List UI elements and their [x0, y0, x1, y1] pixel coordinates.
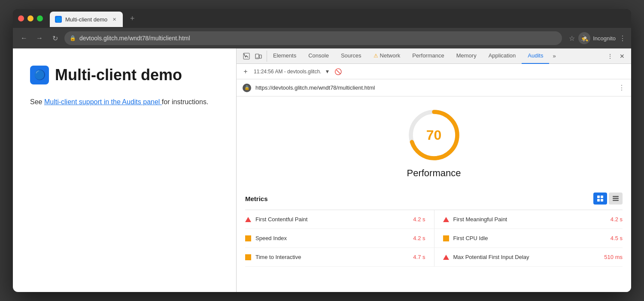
metrics-view-buttons: [593, 193, 623, 205]
devtools-settings-button[interactable]: ⋮: [605, 51, 616, 62]
metrics-title: Metrics: [245, 195, 268, 202]
close-traffic-light[interactable]: [18, 15, 24, 21]
tab-title: Multi-client demo: [65, 16, 107, 23]
svg-rect-6: [597, 196, 600, 198]
audit-url-bar: + 11:24:56 AM - devtools.glitch. ▼ 🚫: [237, 64, 631, 79]
metric-name: Max Potential First Input Delay: [453, 254, 600, 260]
tab-elements[interactable]: Elements: [267, 48, 302, 64]
metric-value: 4.7 s: [413, 254, 425, 260]
devtools-panel: Elements Console Sources ⚠ Network Perfo…: [236, 48, 631, 292]
tab-favicon: 🌐: [55, 16, 62, 23]
metric-name: Speed Index: [255, 235, 409, 241]
forward-button[interactable]: →: [33, 32, 46, 44]
lock-icon: 🔒: [70, 35, 76, 41]
score-section: 70 Performance: [237, 96, 631, 187]
dropdown-arrow: ▼: [325, 69, 330, 75]
metric-name: First Meaningful Paint: [453, 216, 606, 223]
metrics-grid-view-button[interactable]: [593, 193, 607, 205]
metric-value: 510 ms: [604, 254, 623, 260]
metrics-header: Metrics: [245, 187, 623, 210]
metric-name: First CPU Idle: [453, 235, 606, 241]
svg-rect-7: [601, 196, 603, 198]
page-title: Multi-client demo: [55, 66, 182, 84]
browser-menu-icon[interactable]: ⋮: [619, 34, 626, 42]
svg-rect-10: [613, 196, 619, 197]
tab-audits[interactable]: Audits: [522, 48, 549, 64]
maximize-traffic-light[interactable]: [37, 15, 43, 21]
more-tabs-button[interactable]: »: [549, 48, 559, 64]
metric-max-first-input-delay: Max Potential First Input Delay 510 ms: [434, 248, 623, 267]
page-logo: 🔵: [30, 66, 49, 84]
devtools-toolbar: Elements Console Sources ⚠ Network Perfo…: [237, 48, 631, 64]
devtools-close-button[interactable]: ✕: [617, 51, 628, 62]
description-after: for instructions.: [162, 98, 208, 105]
device-emulation-button[interactable]: [253, 51, 264, 62]
metric-first-contentful-paint: First Contentful Paint 4.2 s: [245, 210, 434, 229]
tab-sources[interactable]: Sources: [335, 48, 368, 64]
network-warn-icon: ⚠: [374, 53, 378, 59]
svg-rect-12: [613, 200, 619, 201]
metric-square-icon: [443, 235, 449, 241]
audit-block-button[interactable]: 🚫: [333, 67, 343, 76]
tab-performance[interactable]: Performance: [406, 48, 450, 64]
devtools-actions: ⋮ ✕: [603, 51, 629, 62]
incognito-avatar[interactable]: 🕵: [578, 32, 590, 44]
description-before: See: [30, 98, 44, 105]
browser-tab[interactable]: 🌐 Multi-client demo ✕: [50, 12, 123, 27]
metric-value: 4.2 s: [413, 216, 425, 223]
metrics-section: Metrics: [237, 187, 631, 292]
refresh-button[interactable]: ↻: [49, 32, 61, 44]
audit-timestamp: 11:24:56 AM - devtools.glitch.: [254, 69, 321, 75]
bookmark-icon[interactable]: ☆: [569, 34, 575, 42]
metric-triangle-icon: [443, 217, 449, 222]
address-text: devtools.glitch.me/wndt78/multiclient.ht…: [79, 35, 190, 42]
inspect-element-button[interactable]: [241, 51, 252, 62]
nav-actions: ☆ 🕵 Incognito ⋮: [569, 32, 626, 44]
metric-value: 4.2 s: [611, 216, 623, 223]
audit-page-icon: 🔒: [243, 84, 251, 92]
tab-network[interactable]: ⚠ Network: [368, 48, 407, 64]
audit-report-url-bar: 🔒 https://devtools.glitch.me/wndt78/mult…: [237, 79, 631, 96]
back-button[interactable]: ←: [18, 32, 30, 44]
metric-first-cpu-idle: First CPU Idle 4.5 s: [434, 229, 623, 248]
address-bar[interactable]: 🔒 devtools.glitch.me/wndt78/multiclient.…: [64, 31, 562, 45]
page-description: See Multi-client support in the Audits p…: [30, 96, 219, 108]
audit-more-button[interactable]: ⋮: [618, 84, 625, 92]
metric-triangle-icon: [245, 217, 251, 222]
tab-memory[interactable]: Memory: [450, 48, 483, 64]
svg-rect-2: [259, 55, 261, 58]
browser-window: 🌐 Multi-client demo ✕ + ← → ↻ 🔒 devtools…: [13, 9, 631, 292]
tab-console[interactable]: Console: [302, 48, 335, 64]
main-area: 🔵 Multi-client demo See Multi-client sup…: [13, 48, 631, 292]
audits-panel-link[interactable]: Multi-client support in the Audits panel: [44, 98, 162, 105]
svg-rect-8: [597, 199, 600, 202]
metrics-list-view-button[interactable]: [609, 193, 623, 205]
svg-rect-9: [601, 199, 603, 202]
score-circle: 70: [408, 109, 460, 161]
tab-application[interactable]: Application: [483, 48, 522, 64]
traffic-lights: [18, 15, 43, 21]
metrics-grid: First Contentful Paint 4.2 s First Meani…: [245, 210, 623, 267]
metric-time-to-interactive: Time to Interactive 4.7 s: [245, 248, 434, 267]
metric-value: 4.5 s: [611, 235, 623, 241]
incognito-label: Incognito: [593, 35, 616, 42]
metric-triangle-icon: [443, 255, 449, 260]
metric-square-icon: [245, 235, 251, 241]
audit-dropdown[interactable]: ▼: [325, 69, 330, 75]
page-header: 🔵 Multi-client demo: [30, 66, 219, 84]
page-content: 🔵 Multi-client demo See Multi-client sup…: [13, 48, 236, 292]
svg-rect-11: [613, 198, 619, 199]
new-tab-button[interactable]: +: [126, 12, 138, 24]
score-number: 70: [426, 127, 442, 143]
metric-speed-index: Speed Index 4.2 s: [245, 229, 434, 248]
score-label: Performance: [407, 168, 461, 179]
metric-value: 4.2 s: [413, 235, 425, 241]
devtools-icons: [238, 51, 267, 62]
minimize-traffic-light[interactable]: [27, 15, 33, 21]
title-bar: 🌐 Multi-client demo ✕ +: [13, 9, 631, 28]
metric-first-meaningful-paint: First Meaningful Paint 4.2 s: [434, 210, 623, 229]
audit-add-button[interactable]: +: [241, 67, 250, 76]
tab-close-button[interactable]: ✕: [111, 16, 118, 23]
navigation-bar: ← → ↻ 🔒 devtools.glitch.me/wndt78/multic…: [13, 28, 631, 48]
metric-square-icon: [245, 254, 251, 260]
